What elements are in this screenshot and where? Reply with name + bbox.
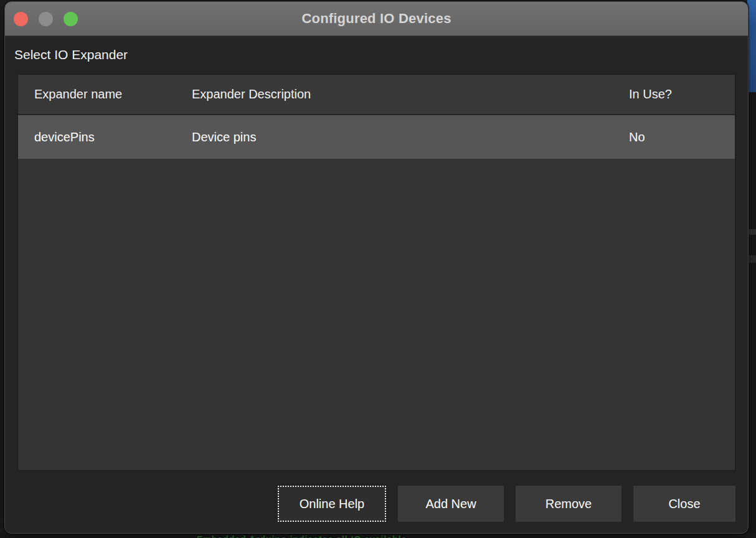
background-clipped-text: Embedded Arduino indicates all IO availa… (197, 534, 407, 538)
cell-in-use: No (629, 130, 735, 144)
background-right-area (747, 92, 756, 538)
io-expander-table: Expander name Expander Description In Us… (17, 74, 735, 471)
titlebar[interactable]: Configured IO Devices (5, 2, 748, 36)
table-header: Expander name Expander Description In Us… (18, 75, 735, 115)
window-title: Configured IO Devices (5, 11, 748, 27)
configured-io-devices-dialog: Configured IO Devices Select IO Expander… (4, 1, 749, 534)
background-blue-window-edge (747, 0, 756, 92)
column-header-in-use: In Use? (629, 87, 735, 101)
close-button[interactable]: Close (633, 486, 735, 522)
section-label: Select IO Expander (14, 45, 735, 64)
background-window-fragment (747, 255, 756, 263)
button-row: Online Help Add New Remove Close (17, 486, 735, 522)
cell-expander-name: devicePins (34, 130, 192, 144)
background-window-fragment (747, 229, 756, 235)
cell-expander-description: Device pins (192, 130, 629, 144)
table-empty-area (18, 159, 735, 470)
remove-button[interactable]: Remove (516, 486, 621, 522)
online-help-button[interactable]: Online Help (278, 486, 386, 522)
add-new-button[interactable]: Add New (398, 486, 504, 522)
column-header-expander-description: Expander Description (192, 87, 629, 101)
table-row-devicepins[interactable]: devicePins Device pins No (18, 115, 735, 159)
column-header-expander-name: Expander name (34, 87, 192, 101)
dialog-body: Select IO Expander Expander name Expande… (5, 36, 748, 533)
background-bottom-strip: Embedded Arduino indicates all IO availa… (0, 534, 756, 538)
